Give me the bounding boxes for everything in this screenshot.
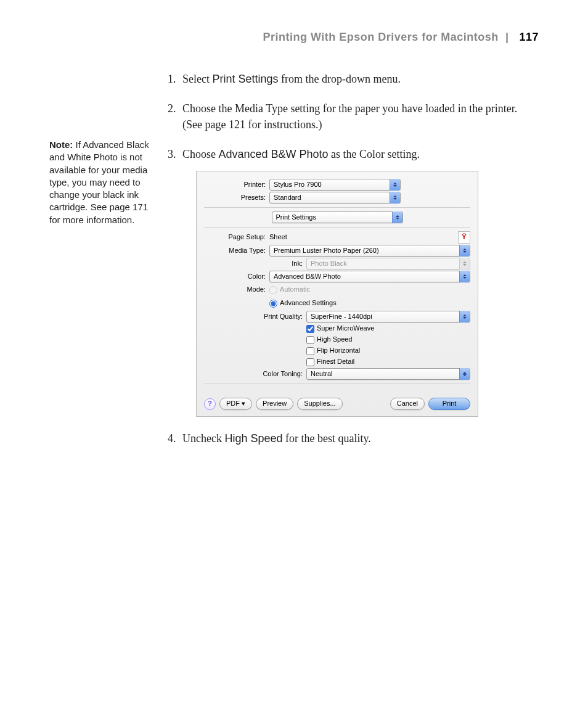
chevron-updown-icon <box>459 245 470 257</box>
high-speed-checkbox[interactable]: High Speed <box>306 335 470 345</box>
divider <box>204 227 470 228</box>
note-text: If Advanced Black and White Photo is not… <box>49 139 149 225</box>
chevron-updown-icon <box>459 368 470 380</box>
note-label: Note: <box>49 139 73 150</box>
printer-select[interactable]: Stylus Pro 7900 <box>269 179 401 191</box>
label-color-toning: Color Toning: <box>204 369 306 379</box>
flip-horizontal-checkbox[interactable]: Flip Horizontal <box>306 346 470 356</box>
presets-select[interactable]: Standard <box>269 192 401 203</box>
divider <box>204 207 470 208</box>
divider <box>204 384 470 384</box>
chevron-updown-icon <box>459 311 470 322</box>
step-4: Uncheck High Speed for the best quality. <box>179 430 539 446</box>
chevron-updown-icon <box>392 211 402 223</box>
page-setup-value: Sheet <box>269 232 287 242</box>
print-quality-select[interactable]: SuperFine - 1440dpi <box>306 311 470 322</box>
margin-note: Note: If Advanced Black and White Photo … <box>49 71 154 226</box>
preview-button[interactable]: Preview <box>256 398 293 410</box>
color-select[interactable]: Advanced B&W Photo <box>269 271 470 282</box>
label-page-setup: Page Setup: <box>204 232 269 242</box>
label-ink: Ink: <box>204 259 306 269</box>
super-microweave-checkbox[interactable]: Super MicroWeave <box>306 324 470 334</box>
ui-term-advanced-bw: Advanced B&W Photo <box>219 148 329 160</box>
media-type-select[interactable]: Premium Luster Photo Paper (260) <box>269 245 470 257</box>
page-number: 117 <box>519 31 539 43</box>
header-sep: | <box>505 31 509 43</box>
chevron-updown-icon <box>390 192 400 203</box>
page-header: Printing With Epson Drivers for Macintos… <box>49 31 539 44</box>
supplies-button[interactable]: Supplies... <box>297 398 342 410</box>
ui-term-high-speed: High Speed <box>224 432 282 445</box>
print-button[interactable]: Print <box>428 398 470 410</box>
cancel-button[interactable]: Cancel <box>390 398 425 410</box>
label-mode: Mode: <box>204 285 269 295</box>
instruction-list: Select Print Settings from the drop-down… <box>154 71 539 446</box>
chapter-title: Printing With Epson Drivers for Macintos… <box>263 31 499 43</box>
label-printer: Printer: <box>204 180 269 190</box>
label-print-quality: Print Quality: <box>204 312 306 322</box>
mode-automatic-radio[interactable]: Automatic <box>269 285 310 295</box>
chevron-updown-icon <box>459 258 470 269</box>
ink-select: Photo Black <box>306 258 470 269</box>
pane-select[interactable]: Print Settings <box>272 211 403 223</box>
pdf-button[interactable]: PDF ▾ <box>219 398 252 410</box>
color-toning-select[interactable]: Neutral <box>306 368 470 380</box>
label-media-type: Media Type: <box>204 246 269 256</box>
mode-advanced-radio[interactable]: Advanced Settings <box>269 298 337 308</box>
chevron-updown-icon <box>459 271 470 282</box>
step-2: Choose the Media Type setting for the pa… <box>179 101 539 133</box>
ink-config-icon[interactable]: Ÿ <box>458 231 470 244</box>
ui-term-print-settings: Print Settings <box>212 73 278 85</box>
step-1: Select Print Settings from the drop-down… <box>179 71 539 87</box>
step-3: Choose Advanced B&W Photo as the Color s… <box>179 146 539 417</box>
chevron-updown-icon <box>390 179 400 191</box>
print-dialog: Printer: Stylus Pro 7900 Presets: Standa… <box>196 171 478 417</box>
help-button[interactable]: ? <box>204 398 216 410</box>
label-color: Color: <box>204 272 269 282</box>
finest-detail-checkbox[interactable]: Finest Detail <box>306 357 470 367</box>
label-presets: Presets: <box>204 193 269 203</box>
